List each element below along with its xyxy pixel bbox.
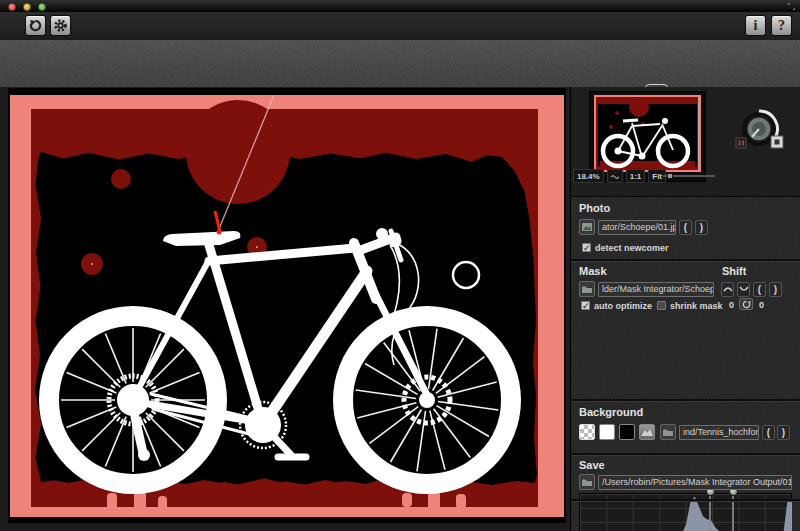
- background-black-swatch[interactable]: [619, 424, 635, 440]
- folder-icon: [581, 477, 593, 487]
- photo-header: Photo: [579, 202, 610, 214]
- shift-right-value: 0: [759, 300, 764, 310]
- navigator-view-indicator: [698, 97, 699, 170]
- save-browse-button[interactable]: [579, 474, 595, 490]
- gear-icon: [53, 18, 68, 33]
- shift-header: Shift: [722, 265, 746, 277]
- reset-button[interactable]: [25, 15, 46, 36]
- info-label: i: [754, 19, 758, 33]
- knob-max-button[interactable]: [771, 136, 783, 148]
- navigator-image: [594, 95, 701, 172]
- title-bar: [0, 0, 800, 12]
- one-to-one-button[interactable]: 1:1: [626, 169, 646, 183]
- background-next-button[interactable]: ): [777, 425, 790, 440]
- zoom-slider[interactable]: [663, 173, 715, 179]
- help-label: ?: [778, 19, 785, 33]
- navigator-bike: [594, 95, 701, 172]
- shift-left-value: 0: [729, 300, 734, 310]
- save-path-field[interactable]: /Users/robin/Pictures/Mask Integrator Ou…: [598, 475, 792, 490]
- zoom-percent: 18.4%: [573, 169, 604, 183]
- mask-section: Mask Shift lder/Mask Integrator/Schoepe/…: [571, 261, 800, 400]
- background-browse-button[interactable]: [660, 424, 676, 440]
- background-prev-button[interactable]: (: [762, 425, 775, 440]
- auto-optimize-label: auto optimize: [594, 301, 652, 311]
- background-transparent-swatch[interactable]: [579, 424, 595, 440]
- shift-arc-up-button[interactable]: [721, 282, 734, 297]
- preview-knob-group: [724, 105, 794, 165]
- knob-min-button[interactable]: [736, 138, 746, 148]
- mask-browse-button[interactable]: [579, 281, 595, 297]
- background-path-field[interactable]: ind/Tennis_hochformat.jpg: [679, 425, 759, 440]
- photo-next-button[interactable]: ): [695, 220, 708, 235]
- detect-newcomer-checkbox[interactable]: ✓: [582, 243, 591, 252]
- background-image-swatch[interactable]: [639, 424, 655, 440]
- zoom-window-button[interactable]: [38, 3, 46, 11]
- background-white-swatch[interactable]: [599, 424, 615, 440]
- squiggle-icon: [611, 174, 619, 179]
- minimize-button[interactable]: [23, 3, 31, 11]
- info-button[interactable]: i: [745, 15, 766, 36]
- bike-mask-drawing: [10, 95, 564, 517]
- close-button[interactable]: [8, 3, 16, 11]
- photo-path-field[interactable]: ator/Schoepe/01.jpg: [598, 220, 676, 235]
- photo-prev-button[interactable]: (: [679, 220, 692, 235]
- navigator-block: 18.4% 1:1 Fit: [571, 87, 800, 197]
- fullscreen-icon[interactable]: [787, 2, 796, 11]
- top-toolbar: i ?: [0, 12, 800, 41]
- settings-button[interactable]: [50, 15, 71, 36]
- background-section: Background ind/Tennis_hochformat.jpg ( ): [571, 401, 800, 454]
- composited-image: [10, 95, 564, 517]
- help-button[interactable]: ?: [771, 15, 792, 36]
- folder-icon: [662, 427, 674, 437]
- right-panel: 18.4% 1:1 Fit: [570, 87, 800, 531]
- folder-icon: [581, 284, 593, 294]
- mode-toolbar: + + = P Picture Instruments Mask Integra…: [0, 40, 800, 88]
- shift-next-button[interactable]: ): [769, 282, 782, 297]
- zoom-slider-handle[interactable]: [667, 173, 673, 179]
- main-content: 18.4% 1:1 Fit: [0, 87, 800, 531]
- detect-newcomer-label: detect newcomer: [595, 243, 669, 253]
- background-header: Background: [579, 406, 643, 418]
- photo-browse-button[interactable]: [579, 219, 595, 235]
- mask-path-field[interactable]: lder/Mask Integrator/Schoepe/02.jpg: [598, 282, 714, 297]
- refresh-icon: [742, 300, 751, 309]
- save-header: Save: [579, 459, 605, 471]
- zoom-step-button[interactable]: [607, 169, 623, 183]
- undo-icon: [28, 18, 43, 33]
- auto-optimize-checkbox[interactable]: ✓: [581, 301, 590, 310]
- shift-arc-down-button[interactable]: [737, 282, 750, 297]
- shrink-mask-checkbox[interactable]: [657, 301, 666, 310]
- app-window: i ? + + = P Picture Instruments: [0, 0, 800, 531]
- mask-preview-canvas[interactable]: [8, 88, 566, 523]
- image-thumb-icon: [581, 222, 593, 232]
- photo-section: Photo ator/Schoepe/01.jpg ( ) ✓ detect n…: [571, 196, 800, 261]
- shrink-mask-label: shrink mask: [670, 301, 723, 311]
- mountains-icon: [640, 425, 654, 439]
- mask-header: Mask: [579, 265, 607, 277]
- shift-prev-button[interactable]: (: [753, 282, 766, 297]
- shift-reset-button[interactable]: [739, 298, 753, 310]
- save-section: Save /Users/robin/Pictures/Mask Integrat…: [571, 455, 800, 499]
- zoom-controls: 18.4% 1:1 Fit: [573, 169, 666, 183]
